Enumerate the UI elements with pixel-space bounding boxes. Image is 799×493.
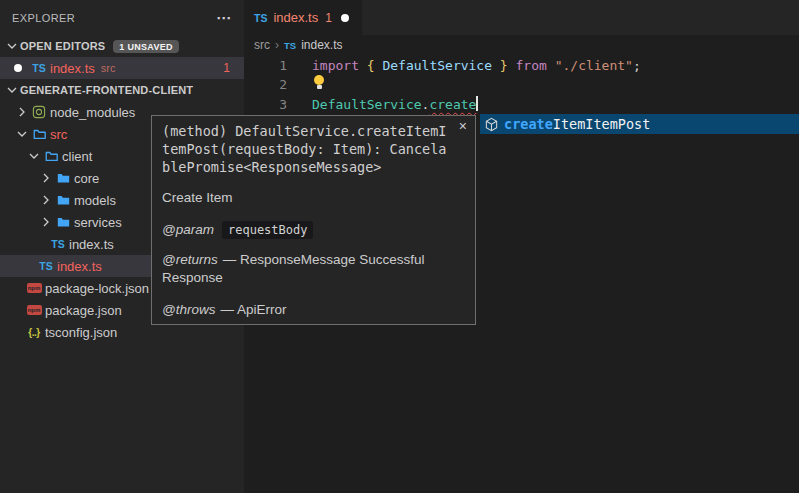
open-editors-label: OPEN EDITORS	[20, 40, 105, 52]
chevron-right-icon[interactable]	[38, 214, 54, 230]
unsaved-badge: 1 UNSAVED	[113, 40, 179, 53]
workspace-name-label: GENERATE-FRONTEND-CLIENT	[20, 84, 193, 96]
suggestion-matched-text: create	[504, 116, 553, 132]
ts-file-icon: TS	[254, 12, 267, 24]
suggestion-item-createItemItemPost[interactable]: createItemItemPost	[480, 114, 799, 134]
line-number: 2	[244, 75, 287, 95]
keyword-import: import	[312, 58, 359, 73]
breadcrumb-separator: ›	[275, 38, 279, 52]
throws-tag: @throws	[162, 302, 215, 317]
method-signature: (method) DefaultService.createItemItemPo…	[162, 122, 450, 176]
folder-open-icon	[30, 126, 48, 142]
npm-icon: npm	[25, 280, 43, 296]
package-folder-icon	[30, 104, 48, 120]
ts-file-icon: TS	[284, 40, 296, 51]
folder-icon	[54, 170, 72, 186]
chevron-down-icon[interactable]	[4, 82, 20, 98]
code-line-1: 1 import { DefaultService } from "./clie…	[244, 56, 799, 75]
ts-file-icon: TS	[30, 60, 48, 76]
chevron-down-icon[interactable]	[26, 148, 42, 164]
tab-error-count: 1	[325, 11, 332, 25]
workspace-section-header[interactable]: GENERATE-FRONTEND-CLIENT	[0, 79, 244, 101]
doc-param-line: @paramrequestBody	[162, 221, 465, 239]
npm-icon: npm	[25, 302, 43, 318]
tab-indexts[interactable]: TS index.ts 1	[244, 0, 362, 35]
json-braces-icon: {..}	[25, 324, 43, 340]
code-editor[interactable]: 1 import { DefaultService } from "./clie…	[244, 55, 799, 114]
doc-description: Create Item	[162, 189, 465, 207]
chevron-right-icon[interactable]	[38, 192, 54, 208]
open-editor-item-indexts[interactable]: TS index.ts src 1	[0, 57, 244, 79]
tab-file-name: index.ts	[273, 10, 318, 25]
folder-icon	[54, 192, 72, 208]
doc-returns-line: @returns— ResponseMessage Successful Res…	[162, 251, 450, 287]
chevron-right-icon[interactable]	[14, 104, 30, 120]
open-editor-file-name: index.ts	[50, 61, 95, 76]
breadcrumb-folder[interactable]: src	[254, 38, 270, 52]
explorer-title: EXPLORER	[12, 12, 75, 24]
suggestion-rest-text: ItemItemPost	[553, 116, 651, 132]
ts-file-icon: TS	[37, 258, 55, 274]
open-editor-file-path: src	[101, 62, 116, 74]
keyword-from: from	[516, 58, 547, 73]
doc-throws-line: @throws— ApiError	[162, 301, 465, 319]
tab-bar: TS index.ts 1	[244, 0, 799, 35]
typed-member-text: create	[429, 97, 476, 112]
line-number: 1	[244, 56, 287, 75]
module-string: "./client"	[555, 58, 633, 73]
param-name-chip: requestBody	[222, 221, 313, 239]
explorer-header: EXPLORER ⋯	[0, 0, 244, 35]
ts-file-icon: TS	[49, 236, 67, 252]
symbol-method-cube-icon	[484, 117, 499, 132]
code-line-3: 3 DefaultService.create	[244, 95, 799, 114]
returns-tag: @returns	[162, 252, 218, 267]
modified-dot-icon[interactable]	[14, 64, 22, 72]
chevron-down-icon[interactable]	[4, 38, 20, 54]
folder-icon	[54, 214, 72, 230]
unsaved-dot-icon[interactable]	[341, 14, 349, 22]
close-icon[interactable]: ×	[459, 119, 467, 133]
hover-doc-widget: (method) DefaultService.createItemItemPo…	[151, 115, 476, 325]
service-identifier: DefaultService	[312, 97, 422, 112]
param-tag: @param	[162, 222, 214, 237]
error-count-badge: 1	[223, 61, 244, 75]
code-line-2: 2	[244, 75, 799, 95]
lightbulb-icon[interactable]	[312, 75, 326, 90]
folder-open-icon	[42, 148, 60, 164]
more-actions-icon[interactable]: ⋯	[216, 9, 232, 27]
breadcrumb: src › TS index.ts	[244, 35, 799, 55]
chevron-down-icon[interactable]	[14, 126, 30, 142]
breadcrumb-file[interactable]: index.ts	[301, 38, 342, 52]
text-cursor	[476, 96, 478, 111]
open-editors-section-header[interactable]: OPEN EDITORS 1 UNSAVED	[0, 35, 244, 57]
chevron-right-icon[interactable]	[38, 170, 54, 186]
line-number: 3	[244, 95, 287, 114]
imported-identifier: DefaultService	[382, 58, 492, 73]
